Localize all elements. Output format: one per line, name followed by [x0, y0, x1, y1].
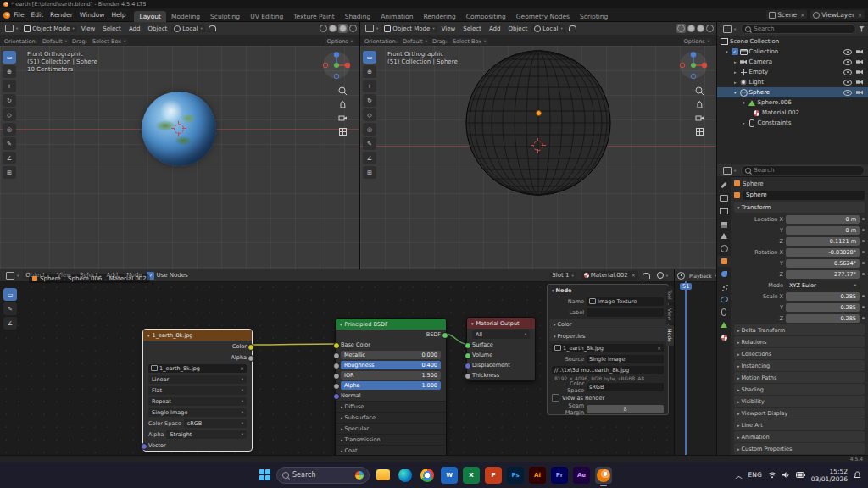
socket-vector-in[interactable]	[141, 443, 147, 450]
socket-displacement-in[interactable]	[465, 363, 471, 369]
rotation-y-field[interactable]: 0.5624°	[786, 259, 860, 268]
tool-add-primitive[interactable]	[363, 166, 376, 179]
tool-measure[interactable]	[3, 152, 16, 164]
panel-delta-transform[interactable]: Delta Transform	[734, 324, 865, 336]
outliner-row-light[interactable]: Light	[717, 77, 868, 87]
animate-dot[interactable]	[862, 295, 865, 297]
node-principled-bsdf[interactable]: Principled BSDF BSDF Base Color Metallic…	[335, 318, 447, 455]
animate-dot[interactable]	[862, 317, 865, 319]
tool-rotate[interactable]	[3, 94, 16, 107]
panel-visibility[interactable]: Visibility	[734, 396, 865, 407]
socket-roughness-in[interactable]	[333, 363, 340, 369]
tool-annotate[interactable]	[363, 137, 376, 150]
tab-compositing[interactable]: Compositing	[461, 11, 511, 22]
panel-relations[interactable]: Relations	[734, 336, 865, 347]
tab-shading[interactable]: Shading	[340, 11, 376, 22]
rotation-x-field[interactable]: -0.83028°	[786, 248, 860, 257]
eye-icon[interactable]	[843, 69, 852, 75]
location-z-field[interactable]: 0.1121 m	[786, 237, 860, 246]
colorspace-dropdown[interactable]: sRGB	[184, 419, 247, 428]
tab-texture-paint[interactable]: Texture Paint	[288, 11, 339, 22]
expand-icon[interactable]	[743, 119, 747, 126]
pan-hand-icon[interactable]	[338, 100, 348, 109]
rotation-z-field[interactable]: 277.77°	[786, 270, 860, 279]
expand-icon[interactable]	[743, 99, 747, 106]
tab-modifiers[interactable]	[717, 269, 731, 280]
language-indicator[interactable]: ENG	[748, 471, 762, 479]
viewport-left-canvas[interactable]: Front Orthographic (51) Collection | Sph…	[0, 46, 359, 269]
shading-wireframe-icon[interactable]	[320, 25, 327, 32]
socket-volume-in[interactable]	[465, 352, 471, 359]
menu-view[interactable]: View	[78, 25, 99, 32]
tool-measure[interactable]	[363, 152, 376, 164]
menu-help[interactable]: Help	[108, 11, 129, 19]
pan-hand-icon[interactable]	[695, 100, 704, 109]
window-titlebar[interactable]: * earth [E:\blend\earth.blend] - Blender…	[0, 0, 868, 8]
tab-tool[interactable]	[717, 180, 731, 191]
aftereffects-app[interactable]: Ae	[573, 467, 590, 484]
taskbar-clock[interactable]: 15:52 03/01/2026	[811, 468, 848, 483]
orientation-value-dropdown[interactable]: Default	[400, 38, 430, 45]
wifi-icon[interactable]	[768, 471, 776, 479]
wireframe-sphere-object[interactable]	[462, 47, 615, 199]
animate-dot[interactable]	[862, 218, 865, 220]
tab-object-data[interactable]	[717, 319, 731, 330]
tool-rotate[interactable]	[363, 94, 376, 107]
animate-dot[interactable]	[862, 251, 865, 253]
menu-edit[interactable]: Edit	[28, 11, 47, 19]
panel-custom-properties[interactable]: Custom Properties	[734, 443, 865, 454]
tab-scene[interactable]	[717, 230, 731, 241]
tool-add-primitive[interactable]	[3, 166, 16, 179]
animate-dot[interactable]	[862, 306, 865, 308]
section-diffuse[interactable]: Diffuse	[336, 401, 446, 412]
seam-margin-field[interactable]: 8	[587, 405, 664, 413]
node-image-header[interactable]: 1_earth_8k.jpg	[143, 330, 252, 341]
options-dropdown[interactable]: Options	[325, 38, 355, 45]
blender-menu-icon[interactable]	[3, 12, 10, 19]
file-explorer-app[interactable]	[375, 467, 392, 484]
shading-material-active[interactable]	[338, 24, 348, 33]
node-bsdf-header[interactable]: Principled BSDF	[336, 319, 446, 330]
taskbar-search[interactable]: Search	[276, 467, 370, 484]
tab-layout[interactable]: Layout	[134, 11, 166, 22]
tab-sculpting[interactable]: Sculpting	[205, 11, 245, 22]
section-specular[interactable]: Specular	[336, 423, 446, 434]
viewport-right-canvas[interactable]: Front Orthographic (51) Collection | Sph…	[360, 46, 716, 269]
tab-material[interactable]	[717, 332, 731, 343]
source-dropdown[interactable]: Single Image	[148, 408, 247, 417]
menu-select[interactable]: Select	[459, 25, 485, 32]
tab-world[interactable]	[717, 243, 731, 254]
collection-checkbox[interactable]	[732, 48, 738, 55]
source-dropdown[interactable]: Single Image	[587, 355, 664, 363]
tab-physics[interactable]	[717, 294, 731, 305]
tab-view-layer[interactable]	[717, 218, 731, 229]
socket-alpha-in[interactable]	[333, 383, 340, 390]
outliner-row-constraints[interactable]: Constraints	[717, 118, 868, 128]
tool-scale[interactable]	[3, 108, 16, 121]
navigation-gizmo[interactable]	[679, 51, 708, 80]
camera-visibility-icon[interactable]	[856, 60, 863, 64]
panel-shading[interactable]: Shading	[734, 384, 865, 395]
notification-bell-icon[interactable]	[854, 471, 861, 480]
blender-app[interactable]	[595, 467, 612, 484]
image-datablock-field[interactable]: 1_earth_8k.jpg	[148, 364, 247, 373]
tab-rendering[interactable]: Rendering	[418, 11, 460, 22]
ortho-grid-icon[interactable]	[695, 127, 704, 136]
tab-particles[interactable]	[717, 281, 731, 292]
menu-render[interactable]: Render	[47, 11, 76, 19]
tab-render[interactable]	[717, 192, 731, 203]
view-as-render-checkbox[interactable]	[552, 394, 559, 402]
eye-icon[interactable]	[843, 80, 852, 86]
tab-tool[interactable]: Tool	[666, 286, 674, 303]
photoshop-app[interactable]: Ps	[507, 467, 524, 484]
rotation-mode-dropdown[interactable]: XYZ Euler	[786, 281, 860, 290]
current-frame-badge[interactable]: 51	[680, 283, 692, 290]
menu-window[interactable]: Window	[76, 11, 108, 19]
unlink-image-icon[interactable]	[240, 365, 244, 372]
metallic-slider[interactable]: Metallic0.000	[341, 351, 441, 359]
filter-icon[interactable]	[859, 26, 865, 32]
projection-dropdown[interactable]: Flat	[148, 386, 247, 395]
shading-wireframe-active[interactable]	[676, 24, 686, 33]
panel-viewport-display[interactable]: Viewport Display	[734, 408, 865, 419]
viewlayer-selector[interactable]: ViewLayer	[810, 10, 865, 19]
